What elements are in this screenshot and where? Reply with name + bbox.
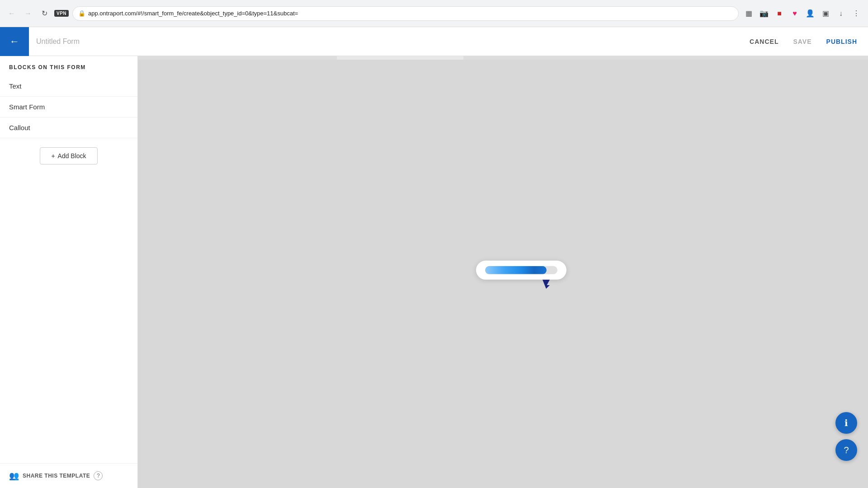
help-icon: ?: [844, 445, 849, 455]
sidebar: BLOCKS ON THIS FORM Text Smart Form Call…: [0, 56, 138, 488]
canvas-area[interactable]: ℹ ?: [138, 56, 868, 488]
blocks-header: BLOCKS ON THIS FORM: [0, 56, 137, 76]
help-fab-button[interactable]: ?: [835, 439, 857, 461]
info-fab-button[interactable]: ℹ: [835, 412, 857, 434]
back-arrow-icon: ←: [9, 36, 19, 47]
cursor-indicator: [542, 280, 551, 290]
main-content: BLOCKS ON THIS FORM Text Smart Form Call…: [0, 56, 868, 488]
camera-icon[interactable]: 📷: [758, 7, 770, 20]
forward-nav-button[interactable]: →: [22, 7, 34, 20]
app-container: ← Untitled Form CANCEL SAVE PUBLISH BLOC…: [0, 27, 868, 488]
download-icon[interactable]: ↓: [835, 7, 847, 20]
block-item-smart-form[interactable]: Smart Form: [0, 97, 137, 117]
strip-3: [463, 56, 868, 60]
add-block-label: Add Block: [58, 152, 86, 160]
cancel-button[interactable]: CANCEL: [748, 34, 780, 49]
reload-button[interactable]: ↻: [38, 7, 51, 20]
back-nav-button[interactable]: ←: [5, 7, 18, 20]
puzzle-icon[interactable]: ▣: [819, 7, 832, 20]
extensions-icon[interactable]: ▦: [742, 7, 755, 20]
save-button[interactable]: SAVE: [791, 34, 813, 49]
loading-container: [476, 261, 566, 280]
account-icon[interactable]: 👤: [804, 7, 816, 20]
loading-bar: [485, 266, 557, 274]
info-icon: ℹ: [844, 418, 848, 428]
app-header: ← Untitled Form CANCEL SAVE PUBLISH: [0, 27, 868, 56]
address-bar[interactable]: 🔒 app.ontraport.com/#!/smart_form_fe/cre…: [72, 6, 739, 21]
block-item-callout[interactable]: Callout: [0, 117, 137, 138]
url-text: app.ontraport.com/#!/smart_form_fe/creat…: [88, 10, 298, 17]
fab-container: ℹ ?: [835, 412, 857, 461]
header-actions: CANCEL SAVE PUBLISH: [748, 34, 859, 49]
add-block-button[interactable]: + Add Block: [40, 147, 97, 164]
people-icon: 👥: [9, 471, 19, 481]
heart-icon[interactable]: ♥: [788, 7, 801, 20]
sidebar-footer: 👥 SHARE THIS TEMPLATE ?: [0, 463, 137, 488]
lock-icon: 🔒: [78, 10, 85, 17]
share-template-button[interactable]: SHARE THIS TEMPLATE: [23, 473, 90, 479]
menu-icon[interactable]: ⋮: [850, 7, 863, 20]
strip-1: [138, 56, 337, 60]
sidebar-help-icon[interactable]: ?: [94, 471, 103, 480]
block-item-text[interactable]: Text: [0, 76, 137, 97]
publish-button[interactable]: PUBLISH: [825, 34, 859, 49]
canvas-top-strip: [138, 56, 868, 60]
browser-actions: ▦ 📷 ■ ♥ 👤 ▣ ↓ ⋮: [742, 7, 863, 20]
browser-chrome: ← → ↻ VPN 🔒 app.ontraport.com/#!/smart_f…: [0, 0, 868, 27]
form-title[interactable]: Untitled Form: [36, 38, 741, 46]
plus-icon: +: [51, 152, 55, 160]
loading-bar-fill: [485, 266, 547, 274]
cursor-arrow-icon: [542, 280, 550, 289]
shield-icon[interactable]: ■: [773, 7, 786, 20]
strip-2: [337, 56, 463, 60]
back-button[interactable]: ←: [0, 27, 29, 56]
vpn-badge: VPN: [54, 10, 69, 17]
